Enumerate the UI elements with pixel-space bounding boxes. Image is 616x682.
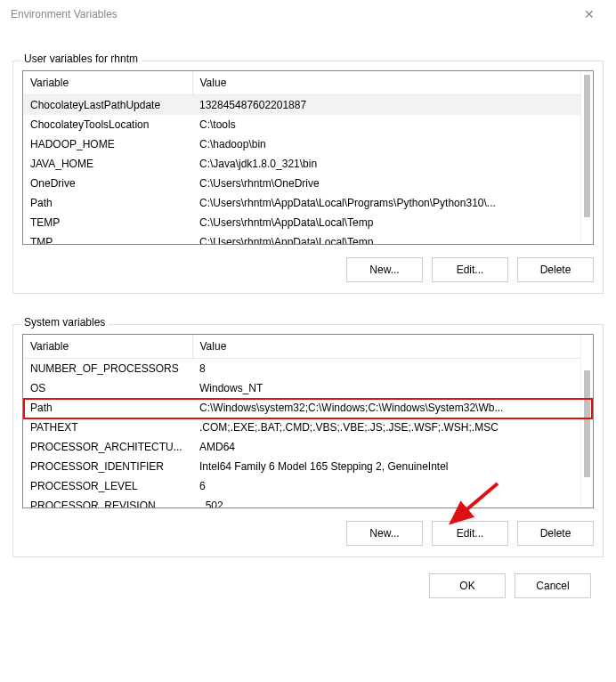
cell-variable: PATHEXT xyxy=(23,418,192,437)
cell-value: C:\Users\rhntm\AppData\Local\Programs\Py… xyxy=(192,193,580,213)
table-row[interactable]: PROCESSOR_LEVEL6 xyxy=(23,476,580,496)
system-variables-group: System variables Variable Value NUMBER_O… xyxy=(12,324,604,557)
cell-variable: PROCESSOR_ARCHITECTU... xyxy=(23,437,192,457)
cell-value: ..502 xyxy=(192,496,580,507)
user-edit-button[interactable]: Edit... xyxy=(432,257,508,282)
cell-value: C:\Users\rhntm\OneDrive xyxy=(192,174,580,193)
cell-variable: TMP xyxy=(23,232,192,244)
table-row[interactable]: PROCESSOR_IDENTIFIERIntel64 Family 6 Mod… xyxy=(23,457,580,476)
user-variables-table-wrap: Variable Value ChocolateyLastPathUpdate1… xyxy=(22,70,594,245)
table-row[interactable]: PathC:\Windows\system32;C:\Windows;C:\Wi… xyxy=(23,398,580,418)
cell-value: 132845487602201887 xyxy=(192,95,580,116)
close-button[interactable]: ✕ xyxy=(570,2,609,27)
user-col-value[interactable]: Value xyxy=(192,71,580,95)
system-col-variable[interactable]: Variable xyxy=(23,335,192,359)
cell-variable: OS xyxy=(23,378,192,398)
user-variables-group: User variables for rhntm Variable Value … xyxy=(12,61,604,294)
dialog-footer: OK Cancel xyxy=(12,561,604,598)
table-row[interactable]: OneDriveC:\Users\rhntm\OneDrive xyxy=(23,174,580,193)
table-row[interactable]: PathC:\Users\rhntm\AppData\Local\Program… xyxy=(23,193,580,213)
system-variables-table[interactable]: Variable Value NUMBER_OF_PROCESSORS8OSWi… xyxy=(23,335,580,507)
cell-variable: Path xyxy=(23,398,192,418)
system-scrollbar-thumb[interactable] xyxy=(584,370,590,477)
cell-variable: PROCESSOR_LEVEL xyxy=(23,476,192,496)
cell-value: 8 xyxy=(192,359,580,379)
system-edit-button[interactable]: Edit... xyxy=(432,521,508,546)
user-scrollbar-thumb[interactable] xyxy=(584,75,590,217)
cell-variable: ChocolateyLastPathUpdate xyxy=(23,95,192,116)
cell-value: C:\Users\rhntm\AppData\Local\Temp xyxy=(192,213,580,232)
cell-variable: PROCESSOR_REVISION xyxy=(23,496,192,507)
cell-value: Windows_NT xyxy=(192,378,580,398)
system-variables-table-wrap: Variable Value NUMBER_OF_PROCESSORS8OSWi… xyxy=(22,334,594,508)
cell-value: AMD64 xyxy=(192,437,580,457)
user-button-row: New... Edit... Delete xyxy=(22,257,594,282)
window-title: Environment Variables xyxy=(11,8,118,20)
cell-value: C:\hadoop\bin xyxy=(192,134,580,154)
cell-variable: Path xyxy=(23,193,192,213)
table-row[interactable]: PROCESSOR_ARCHITECTU...AMD64 xyxy=(23,437,580,457)
table-row[interactable]: OSWindows_NT xyxy=(23,378,580,398)
cell-variable: TEMP xyxy=(23,213,192,232)
table-row[interactable]: PROCESSOR_REVISION..502 xyxy=(23,496,580,507)
close-icon: ✕ xyxy=(584,7,595,21)
table-row[interactable]: JAVA_HOMEC:\Java\jdk1.8.0_321\bin xyxy=(23,154,580,174)
system-col-value[interactable]: Value xyxy=(192,335,580,359)
cell-value: C:\Windows\system32;C:\Windows;C:\Window… xyxy=(192,398,580,418)
user-variables-table[interactable]: Variable Value ChocolateyLastPathUpdate1… xyxy=(23,71,580,244)
cell-value: C:\Java\jdk1.8.0_321\bin xyxy=(192,154,580,174)
table-row[interactable]: NUMBER_OF_PROCESSORS8 xyxy=(23,359,580,379)
cancel-button[interactable]: Cancel xyxy=(515,573,591,598)
user-variables-label: User variables for rhntm xyxy=(20,53,142,65)
system-delete-button[interactable]: Delete xyxy=(517,521,594,546)
table-row[interactable]: HADOOP_HOMEC:\hadoop\bin xyxy=(23,134,580,154)
user-scrollbar[interactable] xyxy=(580,71,593,244)
system-button-row: New... Edit... Delete xyxy=(22,521,594,546)
cell-value: C:\Users\rhntm\AppData\Local\Temp xyxy=(192,232,580,244)
cell-value: .COM;.EXE;.BAT;.CMD;.VBS;.VBE;.JS;.JSE;.… xyxy=(192,418,580,437)
cell-variable: NUMBER_OF_PROCESSORS xyxy=(23,359,192,379)
table-row[interactable]: PATHEXT.COM;.EXE;.BAT;.CMD;.VBS;.VBE;.JS… xyxy=(23,418,580,437)
cell-variable: ChocolateyToolsLocation xyxy=(23,115,192,134)
user-col-variable[interactable]: Variable xyxy=(23,71,192,95)
cell-variable: JAVA_HOME xyxy=(23,154,192,174)
cell-variable: OneDrive xyxy=(23,174,192,193)
cell-value: Intel64 Family 6 Model 165 Stepping 2, G… xyxy=(192,457,580,476)
user-new-button[interactable]: New... xyxy=(346,257,423,282)
table-row[interactable]: TEMPC:\Users\rhntm\AppData\Local\Temp xyxy=(23,213,580,232)
system-new-button[interactable]: New... xyxy=(346,521,423,546)
titlebar: Environment Variables ✕ xyxy=(0,0,616,28)
cell-variable: HADOOP_HOME xyxy=(23,134,192,154)
cell-value: C:\tools xyxy=(192,115,580,134)
table-row[interactable]: TMPC:\Users\rhntm\AppData\Local\Temp xyxy=(23,232,580,244)
cell-value: 6 xyxy=(192,476,580,496)
table-row[interactable]: ChocolateyToolsLocationC:\tools xyxy=(23,115,580,134)
user-delete-button[interactable]: Delete xyxy=(517,257,594,282)
system-scrollbar[interactable] xyxy=(580,335,593,507)
ok-button[interactable]: OK xyxy=(429,573,506,598)
cell-variable: PROCESSOR_IDENTIFIER xyxy=(23,457,192,476)
table-row[interactable]: ChocolateyLastPathUpdate1328454876022018… xyxy=(23,95,580,116)
dialog-content: User variables for rhntm Variable Value … xyxy=(0,28,616,611)
system-variables-label: System variables xyxy=(20,316,109,329)
